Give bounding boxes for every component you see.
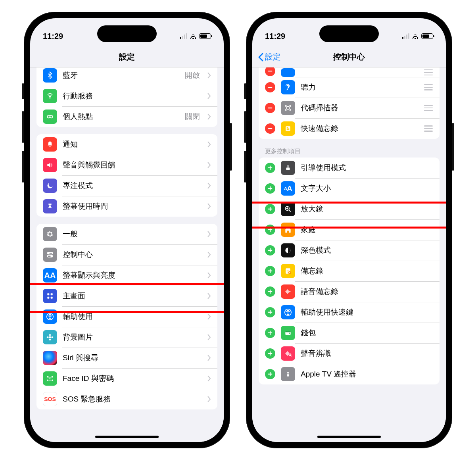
settings-row-cellular[interactable]: 行動服務 — [36, 86, 217, 106]
remove-icon[interactable]: − — [265, 123, 275, 134]
add-icon[interactable]: + — [265, 369, 275, 379]
settings-row-sounds[interactable]: 聲音與觸覺回饋 — [36, 155, 217, 175]
home-indicator[interactable] — [95, 436, 159, 438]
chevron-right-icon — [207, 252, 211, 258]
cc-more-row-home[interactable]: + 家庭 — [259, 219, 440, 240]
cc-more-row-notes[interactable]: + 備忘錄 — [259, 261, 440, 281]
settings-row-screen-time[interactable]: 螢幕使用時間 — [36, 196, 217, 217]
face-id-icon — [43, 371, 57, 386]
svg-point-2 — [50, 115, 53, 118]
settings-row-home-screen[interactable]: 主畫面 — [36, 286, 217, 306]
chevron-right-icon — [207, 375, 211, 382]
settings-list[interactable]: 藍牙 開啟 行動服務 個人熱點 關閉 — [30, 67, 224, 442]
waveform-icon — [281, 284, 295, 299]
add-icon[interactable]: + — [265, 286, 275, 297]
page-title: 設定 — [119, 52, 135, 62]
row-label: 螢幕使用時間 — [63, 201, 202, 211]
row-label: 深色模式 — [301, 245, 433, 256]
reorder-handle[interactable] — [424, 69, 433, 76]
add-icon[interactable]: + — [265, 245, 275, 256]
quick-note-icon — [281, 121, 295, 136]
chevron-right-icon — [207, 396, 211, 402]
cc-more-row-dark-mode[interactable]: + 深色模式 — [259, 240, 440, 261]
back-label: 設定 — [265, 52, 281, 62]
row-label: 專注模式 — [63, 181, 202, 191]
settings-row-display[interactable]: AA 螢幕顯示與亮度 — [36, 265, 217, 286]
settings-row-bluetooth[interactable]: 藍牙 開啟 — [36, 67, 217, 86]
cc-more-row-magnifier[interactable]: + 放大鏡 — [259, 199, 440, 219]
moon-icon — [43, 179, 57, 193]
row-label: 家庭 — [301, 225, 433, 235]
cc-more-row-guided-access[interactable]: + 引導使用模式 — [259, 158, 440, 178]
row-label: 聲音辨識 — [301, 348, 433, 359]
row-label: 備忘錄 — [301, 266, 433, 276]
cc-included-row-hearing[interactable]: − 聽力 — [259, 77, 440, 98]
notes-icon — [281, 264, 295, 278]
settings-row-siri[interactable]: Siri 與搜尋 — [36, 348, 217, 368]
hotspot-icon — [43, 110, 57, 124]
add-icon[interactable]: + — [265, 266, 275, 276]
accessibility-icon — [281, 305, 295, 319]
row-label: 文字大小 — [301, 183, 433, 194]
row-label: 聽力 — [301, 82, 418, 92]
settings-row-control-center[interactable]: 控制中心 — [36, 244, 217, 265]
cc-more-row-voice-memos[interactable]: + 語音備忘錄 — [259, 281, 440, 302]
cc-more-row-apple-tv-remote[interactable]: + Apple TV 遙控器 — [259, 364, 440, 384]
cc-more-row-wallet[interactable]: + 錢包 — [259, 323, 440, 343]
hourglass-icon — [43, 199, 57, 213]
settings-row-wallpaper[interactable]: 背景圖片 — [36, 327, 217, 348]
row-label: SOS 緊急服務 — [63, 394, 202, 404]
reorder-handle[interactable] — [424, 125, 433, 132]
toggles-icon — [43, 248, 57, 262]
row-label: 螢幕顯示與亮度 — [63, 270, 202, 281]
wifi-icon — [412, 33, 419, 39]
cc-included-row[interactable]: − 音樂辨識 — [259, 67, 440, 77]
bluetooth-icon — [43, 68, 57, 83]
settings-row-sos[interactable]: SOS SOS 緊急服務 — [36, 389, 217, 409]
phone-frame-left: 11:29 設定 藍牙 開啟 — [24, 12, 230, 448]
chevron-right-icon — [207, 183, 211, 189]
row-label: 主畫面 — [63, 291, 202, 301]
chevron-right-icon — [207, 231, 211, 237]
status-time: 11:29 — [265, 32, 285, 41]
cc-included-row-scanner[interactable]: − 代碼掃描器 — [259, 98, 440, 118]
gear-icon — [43, 227, 57, 241]
settings-row-notifications[interactable]: 通知 — [36, 134, 217, 155]
cc-included-row-quicknote[interactable]: − 快速備忘錄 — [259, 118, 440, 139]
add-icon[interactable]: + — [265, 204, 275, 214]
cc-more-row-accessibility-shortcut[interactable]: + 輔助使用快速鍵 — [259, 302, 440, 323]
chevron-right-icon — [207, 313, 211, 320]
svg-point-31 — [289, 333, 290, 334]
home-indicator[interactable] — [317, 436, 381, 438]
settings-row-accessibility[interactable]: 輔助使用 — [36, 306, 217, 327]
add-icon[interactable]: + — [265, 328, 275, 338]
settings-row-faceid[interactable]: Face ID 與密碼 — [36, 368, 217, 389]
control-center-list[interactable]: − 音樂辨識 − 聽力 − — [252, 67, 446, 442]
text-size-icon: AA — [281, 181, 295, 196]
row-label: Siri 與搜尋 — [63, 353, 202, 363]
cc-more-row-sound-recognition[interactable]: + 聲音辨識 — [259, 343, 440, 364]
svg-point-16 — [47, 336, 49, 338]
cc-more-row-text-size[interactable]: + AA 文字大小 — [259, 178, 440, 199]
remove-icon[interactable]: − — [265, 67, 275, 76]
remove-icon[interactable]: − — [265, 82, 275, 92]
settings-row-general[interactable]: 一般 — [36, 224, 217, 244]
row-label: 一般 — [63, 229, 202, 239]
speaker-icon — [43, 158, 57, 172]
add-icon[interactable]: + — [265, 348, 275, 359]
wifi-icon — [190, 33, 197, 39]
reorder-handle[interactable] — [424, 105, 433, 111]
ear-icon — [281, 80, 295, 94]
chevron-right-icon — [207, 355, 211, 361]
back-button[interactable]: 設定 — [258, 47, 281, 67]
row-label: 語音備忘錄 — [301, 286, 433, 297]
add-icon[interactable]: + — [265, 225, 275, 235]
settings-row-focus[interactable]: 專注模式 — [36, 175, 217, 196]
add-icon[interactable]: + — [265, 163, 275, 173]
row-detail: 關閉 — [185, 111, 200, 122]
add-icon[interactable]: + — [265, 307, 275, 317]
remove-icon[interactable]: − — [265, 103, 275, 113]
add-icon[interactable]: + — [265, 183, 275, 194]
settings-row-hotspot[interactable]: 個人熱點 關閉 — [36, 106, 217, 127]
reorder-handle[interactable] — [424, 84, 433, 90]
